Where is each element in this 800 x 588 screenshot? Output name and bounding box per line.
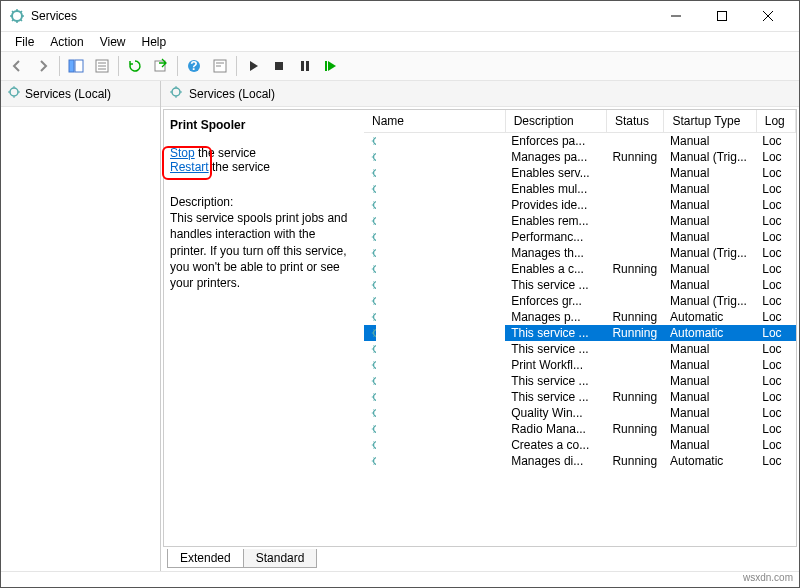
cell-startup: Automatic (664, 325, 756, 341)
cell-logon: Loc (756, 149, 795, 165)
service-row[interactable]: Printer Extensions and Notif...This serv… (364, 341, 796, 357)
cell-status: Running (606, 309, 664, 325)
view-tabs: Extended Standard (161, 549, 799, 571)
cell-logon: Loc (756, 261, 795, 277)
tree-node-services-local[interactable]: Services (Local) (1, 81, 160, 107)
tab-standard[interactable]: Standard (243, 549, 318, 568)
cell-description: Enables mul... (505, 181, 606, 197)
menu-file[interactable]: File (7, 33, 42, 51)
watermark: wsxdn.com (1, 571, 799, 587)
cell-logon: Loc (756, 245, 795, 261)
cell-name: Power (364, 309, 376, 325)
svg-point-15 (374, 138, 377, 145)
help-button[interactable]: ? (182, 54, 206, 78)
service-row[interactable]: Phone ServiceManages th...Manual (Trig..… (364, 245, 796, 261)
tab-extended[interactable]: Extended (167, 549, 244, 568)
stop-service-line: Stop the service (170, 146, 354, 160)
cell-startup: Manual (Trig... (664, 245, 756, 261)
forward-button[interactable] (31, 54, 55, 78)
service-row[interactable]: Peer Name Resolution Prot...Enables serv… (364, 165, 796, 181)
restart-service-button[interactable] (319, 54, 343, 78)
properties-button[interactable] (208, 54, 232, 78)
cell-description: Manages pa... (505, 149, 606, 165)
refresh-button[interactable] (123, 54, 147, 78)
console-tree[interactable]: Services (Local) (1, 81, 161, 571)
service-row[interactable]: Radio Management ServiceRadio Mana...Run… (364, 421, 796, 437)
export-list-button[interactable] (90, 54, 114, 78)
cell-status (606, 229, 664, 245)
service-row[interactable]: Plug and PlayEnables a c...RunningManual… (364, 261, 796, 277)
cell-logon: Loc (756, 181, 795, 197)
pause-service-button[interactable] (293, 54, 317, 78)
cell-logon: Loc (756, 437, 795, 453)
svg-point-22 (374, 250, 377, 257)
cell-description: Enables rem... (505, 213, 606, 229)
service-row[interactable]: Peer Networking Identity M...Provides id… (364, 197, 796, 213)
cell-logon: Loc (756, 229, 795, 245)
cell-logon: Loc (756, 197, 795, 213)
close-button[interactable] (745, 1, 791, 31)
service-row[interactable]: Problem Reports and Soluti...This servic… (364, 373, 796, 389)
restart-service-link[interactable]: Restart (170, 160, 209, 174)
column-startup-type[interactable]: Startup Type (664, 110, 756, 133)
service-row[interactable]: Peer Networking GroupingEnables mul...Ma… (364, 181, 796, 197)
service-row[interactable]: Print SpoolerThis service ...RunningAuto… (364, 325, 796, 341)
export-button[interactable] (149, 54, 173, 78)
cell-description: This service ... (505, 325, 606, 341)
cell-startup: Manual (664, 213, 756, 229)
stop-service-link[interactable]: Stop (170, 146, 195, 160)
cell-name: Problem Reports and Soluti... (364, 373, 376, 389)
service-row[interactable]: Remote Access Connection...Manages di...… (364, 453, 796, 469)
show-hide-tree-button[interactable] (64, 54, 88, 78)
service-row[interactable]: Quality Windows Audio Vid...Quality Win.… (364, 405, 796, 421)
svg-point-26 (374, 314, 377, 321)
service-row[interactable]: Remote Access Auto Conne...Creates a co.… (364, 437, 796, 453)
cell-description: Enables serv... (505, 165, 606, 181)
menu-action[interactable]: Action (42, 33, 91, 51)
description-text: This service spools print jobs and handl… (170, 210, 354, 291)
cell-name: Printer Extensions and Notif... (364, 341, 376, 357)
column-logon[interactable]: Log (756, 110, 795, 133)
service-row[interactable]: PowerManages p...RunningAutomaticLoc (364, 309, 796, 325)
svg-point-13 (10, 88, 18, 96)
back-button[interactable] (5, 54, 29, 78)
service-row[interactable]: Portable Device Enumerator...Enforces gr… (364, 293, 796, 309)
svg-point-34 (374, 442, 377, 449)
cell-startup: Manual (664, 405, 756, 421)
menu-view[interactable]: View (92, 33, 134, 51)
start-service-button[interactable] (241, 54, 265, 78)
toolbar: ? (1, 51, 799, 81)
service-row[interactable]: Payments and NFC/SE Man...Manages pa...R… (364, 149, 796, 165)
service-row[interactable]: PrintWorkflow_57e62acPrint Workfl...Manu… (364, 357, 796, 373)
service-row[interactable]: Parental ControlsEnforces pa...ManualLoc (364, 133, 796, 150)
cell-startup: Manual (664, 197, 756, 213)
service-row[interactable]: Program Compatibility Assi...This servic… (364, 389, 796, 405)
description-label: Description: (170, 194, 354, 210)
restart-service-line: Restart the service (170, 160, 354, 174)
cell-description: This service ... (505, 389, 606, 405)
minimize-button[interactable] (653, 1, 699, 31)
service-row[interactable]: Performance Counter DLL ...Enables rem..… (364, 213, 796, 229)
service-row[interactable]: Performance Logs & AlertsPerformanc...Ma… (364, 229, 796, 245)
cell-startup: Manual (Trig... (664, 293, 756, 309)
svg-rect-9 (275, 62, 283, 70)
stop-service-button[interactable] (267, 54, 291, 78)
maximize-button[interactable] (699, 1, 745, 31)
result-pane-header: Services (Local) (161, 81, 799, 107)
services-list[interactable]: Name Description Status Startup Type Log… (364, 110, 796, 546)
cell-name: Remote Access Connection... (364, 453, 376, 469)
cell-name: Portable Device Enumerator... (364, 293, 376, 309)
cell-description: This service ... (505, 373, 606, 389)
cell-status: Running (606, 261, 664, 277)
cell-status (606, 373, 664, 389)
cell-logon: Loc (756, 341, 795, 357)
svg-point-16 (374, 154, 377, 161)
service-row[interactable]: PNRP Machine Name Publi...This service .… (364, 277, 796, 293)
column-description[interactable]: Description (505, 110, 606, 133)
cell-startup: Manual (664, 133, 756, 150)
column-status[interactable]: Status (606, 110, 664, 133)
column-name[interactable]: Name (364, 110, 505, 133)
cell-description: Manages p... (505, 309, 606, 325)
svg-point-33 (374, 426, 377, 433)
menu-help[interactable]: Help (134, 33, 175, 51)
